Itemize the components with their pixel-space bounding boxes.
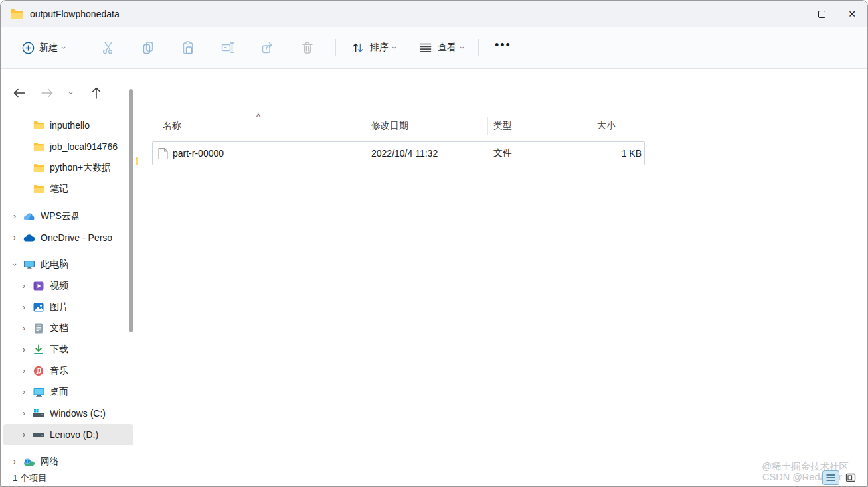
chevron-right-icon[interactable]: › xyxy=(10,457,19,466)
sidebar-item-notes[interactable]: › 笔记 xyxy=(3,178,133,200)
drive-icon xyxy=(33,429,44,441)
navigation-pane: › inputhello › job_local914766 › python+… xyxy=(1,115,136,469)
sidebar-item-documents[interactable]: › 文档 xyxy=(3,318,133,339)
column-separator[interactable] xyxy=(487,117,488,135)
documents-icon xyxy=(33,322,44,334)
status-bar: 1 个项目 xyxy=(1,469,867,487)
recent-locations-button[interactable]: › xyxy=(63,84,79,102)
forward-arrow-icon xyxy=(41,88,54,98)
details-view-button[interactable] xyxy=(822,470,839,485)
onedrive-cloud-icon xyxy=(23,232,35,244)
close-icon: ✕ xyxy=(848,9,856,19)
sidebar-item-job-local[interactable]: › job_local914766 xyxy=(3,136,133,157)
maximize-button[interactable] xyxy=(806,1,837,27)
column-header-date[interactable]: 修改日期 xyxy=(371,120,408,132)
chevron-right-icon[interactable]: › xyxy=(19,409,29,418)
file-row-part-r-00000[interactable]: part-r-00000 2022/10/4 11:32 文件 1 KB xyxy=(152,141,645,165)
sidebar-item-lenovo-d[interactable]: › Lenovo (D:) xyxy=(3,424,133,445)
sidebar-item-wps-cloud[interactable]: › WPS云盘 xyxy=(3,206,133,227)
share-button[interactable] xyxy=(253,35,282,61)
column-header-type[interactable]: 类型 xyxy=(493,120,512,132)
rename-icon xyxy=(220,40,235,55)
chevron-right-icon[interactable]: › xyxy=(19,366,29,376)
toolbar-divider xyxy=(80,39,80,56)
sidebar-item-this-pc[interactable]: › 此电脑 xyxy=(3,254,133,275)
sidebar-scrollbar[interactable] xyxy=(129,89,133,332)
column-separator[interactable] xyxy=(650,117,650,135)
item-count: 1 个项目 xyxy=(13,472,47,484)
delete-button[interactable] xyxy=(293,35,322,61)
share-icon xyxy=(260,40,275,55)
column-separator[interactable] xyxy=(367,117,367,135)
chevron-down-icon[interactable]: › xyxy=(10,260,19,269)
paste-button[interactable] xyxy=(173,35,203,61)
maximize-icon xyxy=(818,11,825,18)
sort-ascending-caret-icon: ^ xyxy=(256,112,260,121)
this-pc-icon xyxy=(23,259,35,271)
file-type: 文件 xyxy=(493,147,512,159)
file-icon xyxy=(158,147,168,162)
column-header-size[interactable]: 大小 xyxy=(597,120,616,132)
chevron-down-icon: › xyxy=(391,46,398,49)
folder-icon xyxy=(33,141,44,153)
close-button[interactable]: ✕ xyxy=(837,1,867,27)
sort-button[interactable]: 排序 › xyxy=(344,35,402,60)
title-bar: outputFlowphonedata — ✕ xyxy=(1,1,867,27)
new-button[interactable]: 新建 › xyxy=(15,36,72,60)
folder-icon xyxy=(33,119,44,131)
up-button[interactable] xyxy=(86,84,107,102)
more-options-button[interactable]: ••• xyxy=(487,38,519,58)
view-button-label: 查看 xyxy=(438,42,456,54)
toolbar-divider xyxy=(335,39,336,56)
new-button-label: 新建 xyxy=(39,42,58,54)
sidebar-item-python-bigdata[interactable]: › python+大数据 xyxy=(3,157,133,178)
sidebar-item-music[interactable]: › 音乐 xyxy=(3,360,133,382)
file-name: part-r-00000 xyxy=(173,148,224,159)
sort-icon xyxy=(351,40,365,55)
explorer-window: outputFlowphonedata — ✕ 新建 › xyxy=(0,0,868,487)
view-icon xyxy=(418,40,433,55)
chevron-right-icon[interactable]: › xyxy=(19,387,29,397)
videos-icon xyxy=(33,280,44,292)
file-date: 2022/10/4 11:32 xyxy=(371,148,438,159)
desktop-icon xyxy=(33,386,44,398)
chevron-down-icon: › xyxy=(67,92,75,94)
folder-icon xyxy=(33,162,44,174)
column-header-name[interactable]: 名称 xyxy=(163,120,181,132)
chevron-down-icon: › xyxy=(458,46,466,49)
sidebar-item-windows-c[interactable]: › Windows (C:) xyxy=(3,403,133,424)
sort-button-label: 排序 xyxy=(370,42,389,54)
chevron-right-icon[interactable]: › xyxy=(19,303,29,312)
forward-button[interactable] xyxy=(37,84,58,102)
downloads-icon xyxy=(33,344,44,356)
sidebar-item-onedrive[interactable]: › OneDrive - Perso xyxy=(3,227,133,248)
thumbnail-view-icon xyxy=(845,473,856,482)
chevron-right-icon[interactable]: › xyxy=(19,281,29,291)
view-button[interactable]: 查看 › xyxy=(412,35,470,60)
cut-button[interactable] xyxy=(94,35,123,61)
network-icon xyxy=(23,456,35,468)
chevron-right-icon[interactable]: › xyxy=(10,212,19,221)
chevron-right-icon[interactable]: › xyxy=(19,345,29,354)
windows-drive-icon xyxy=(33,407,44,419)
sidebar-item-inputhello[interactable]: › inputhello xyxy=(3,115,133,136)
thumbnail-view-button[interactable] xyxy=(842,470,859,485)
back-button[interactable] xyxy=(9,84,30,102)
file-list-pane: ^ 名称 修改日期 类型 大小 part-r-00000 2022/10/4 1… xyxy=(140,115,868,469)
sidebar-item-downloads[interactable]: › 下载 xyxy=(3,339,133,360)
up-arrow-icon xyxy=(91,86,102,100)
chevron-right-icon[interactable]: › xyxy=(19,430,29,439)
minimize-button[interactable]: — xyxy=(776,1,806,27)
rename-button[interactable] xyxy=(213,35,242,61)
sidebar-item-network[interactable]: › 网络 xyxy=(3,451,133,469)
wps-cloud-icon xyxy=(23,210,35,222)
chevron-right-icon[interactable]: › xyxy=(10,233,19,242)
plus-circle-icon xyxy=(22,42,35,54)
copy-button[interactable] xyxy=(133,35,163,61)
column-separator[interactable] xyxy=(594,117,594,135)
sidebar-item-desktop[interactable]: › 桌面 xyxy=(3,382,133,403)
sidebar-item-pictures[interactable]: › 图片 xyxy=(3,297,133,318)
sidebar-item-videos[interactable]: › 视频 xyxy=(3,275,133,297)
paste-icon xyxy=(181,40,195,55)
chevron-right-icon[interactable]: › xyxy=(19,324,29,333)
